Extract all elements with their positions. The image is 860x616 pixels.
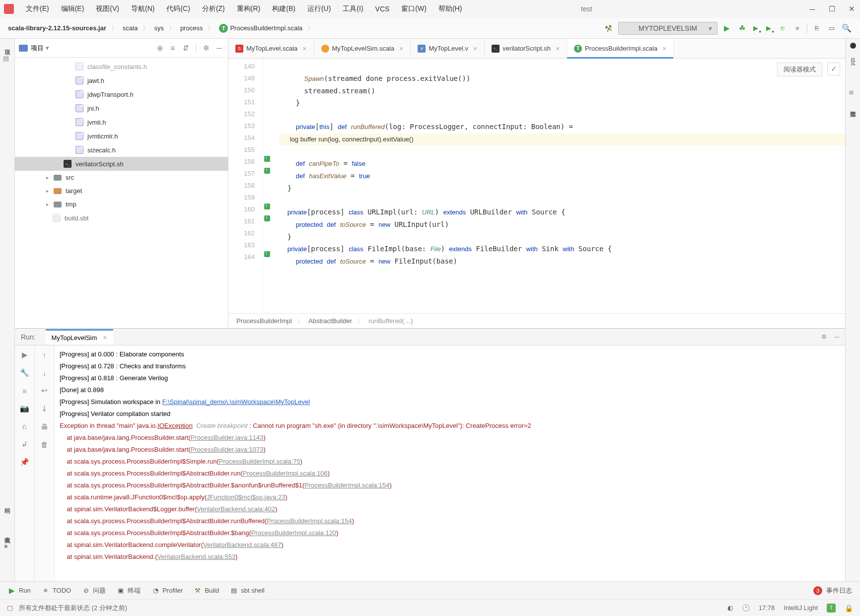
menu-file[interactable]: 文件(E) [21,2,54,15]
tool-window-icon[interactable]: ▢ [7,604,13,612]
reader-mode-button[interactable]: 阅读器模式 [777,63,822,76]
override-up-icon[interactable] [264,215,270,221]
project-tree[interactable]: classfile_constants.h jawt.h jdwpTranspo… [15,58,228,328]
hide-icon[interactable]: ─ [835,333,839,341]
override-up-icon[interactable] [264,251,270,257]
export-icon[interactable]: ⎌ [20,422,29,431]
bc-file[interactable]: ProcessBuilderImpl.scala [230,24,302,32]
profiler-tool-button[interactable]: ◔Profiler [151,587,183,595]
collapse-icon[interactable]: ⇵ [181,43,191,53]
lock-icon[interactable]: 🔒 [845,604,853,612]
git-icon[interactable]: ⎘ [811,23,822,34]
scroll-icon[interactable]: ⤓ [40,404,49,413]
menu-edit[interactable]: 编辑(E) [56,2,89,15]
search-everywhere-icon[interactable]: 🔍 [841,23,852,34]
debug-icon[interactable]: ☘ [736,23,747,34]
tree-item-src[interactable]: src [66,174,74,181]
bc-sys[interactable]: sys [154,24,164,32]
tree-item[interactable]: jawt.h [87,77,104,84]
layout-icon[interactable]: ▭ [826,23,837,34]
tree-item[interactable]: classfile_constants.h [87,63,147,70]
todo-tool-button[interactable]: ≡TODO [42,587,71,595]
problems-tool-button[interactable]: ⊘问题 [82,586,106,595]
tab-mytoplevelsim-scala[interactable]: MyTopLevelSim.scala× [314,39,411,58]
close-icon[interactable]: × [103,334,107,342]
tree-item[interactable]: jni.h [87,105,99,112]
menu-navigate[interactable]: 导航(N) [126,2,159,15]
chevron-right-icon[interactable]: ▸ [45,202,50,207]
menu-analyze[interactable]: 分析(Z) [197,2,230,15]
tab-mytoplevel-v[interactable]: VMyTopLevel.v× [411,39,485,58]
menu-view[interactable]: 视图(V) [91,2,124,15]
close-button[interactable]: ✕ [848,5,856,13]
tree-item-build[interactable]: build.sbt [65,214,88,222]
inspection-ok-icon[interactable]: ✓ [827,63,840,75]
tab-mytoplevel-scala[interactable]: SMyTopLevel.scala× [228,39,314,58]
override-up-icon[interactable] [264,168,270,174]
menu-window[interactable]: 窗口(W) [396,2,431,15]
menu-run[interactable]: 运行(U) [302,2,336,15]
down-icon[interactable]: ↓ [40,368,49,377]
stop-icon[interactable]: ■ [20,386,29,395]
console-output[interactable]: [Progress] at 0.000 : Elaborate componen… [55,345,845,581]
menu-tools[interactable]: 工具(I) [338,2,368,15]
close-icon[interactable]: × [556,45,560,53]
camera-icon[interactable]: 📷 [20,404,29,413]
run-icon[interactable]: ▶ [721,23,732,34]
progress-icon[interactable]: ◐ [727,604,733,612]
build-icon[interactable]: ⚒ [602,21,616,35]
coverage-icon[interactable] [751,24,760,33]
event-log-button[interactable]: 事件日志 [826,586,852,595]
menu-help[interactable]: 帮助(H) [433,2,467,15]
import-icon[interactable]: ↲ [20,440,29,449]
star-icon[interactable]: ★ [3,543,12,551]
sbt-vbar[interactable]: sbt [850,58,857,66]
tree-item[interactable]: sizecalc.h [87,146,116,154]
ime-indicator[interactable]: T [827,604,836,613]
tree-item[interactable]: jdwpTransport.h [87,91,134,98]
tree-item[interactable]: jvmti.h [87,119,106,126]
tree-item-tmp[interactable]: tmp [66,201,76,208]
bc-process[interactable]: process [180,24,203,32]
build-tool-button[interactable]: ⚒Build [194,587,219,595]
close-icon[interactable]: × [302,45,306,53]
close-icon[interactable]: × [662,45,666,53]
chevron-right-icon[interactable]: ▸ [45,188,50,194]
ebc-abstract[interactable]: AbstractBuilder [308,317,352,325]
tree-item-selected[interactable]: verilatorScript.sh [75,160,124,168]
expand-icon[interactable]: ≡ [168,43,178,53]
menu-build[interactable]: 构建(B) [267,2,300,15]
maximize-button[interactable]: ☐ [828,5,836,13]
minimize-button[interactable]: ─ [808,5,816,13]
menu-code[interactable]: 代码(C) [161,2,195,15]
line-number-gutter[interactable]: 1401491501511521531541551561571581591601… [228,59,263,313]
gear-icon[interactable]: ✲ [821,333,827,341]
close-icon[interactable]: × [399,45,403,53]
terminal-tool-button[interactable]: ▣终端 [117,586,141,595]
editor-breadcrumb[interactable]: ProcessBuilderImpl〉 AbstractBuilder〉 run… [228,313,845,328]
locate-icon[interactable]: ⊕ [155,43,165,53]
close-icon[interactable]: × [473,45,477,53]
gear-icon[interactable]: ✲ [201,43,211,53]
attach-icon[interactable]: ⎋ [777,23,788,34]
tree-item-target[interactable]: target [66,187,82,195]
run-configuration-selector[interactable]: MYTOPLEVELSIM [618,22,717,35]
theme-label[interactable]: IntelliJ Light [784,604,818,612]
code-content[interactable]: Spawn(streamed done process.exitValue())… [274,59,845,313]
hide-icon[interactable]: ─ [214,43,224,53]
ebc-class[interactable]: ProcessBuilderImpl [236,317,292,325]
tab-verilator-sh[interactable]: >_verilatorScript.sh× [485,39,567,58]
wrench-icon[interactable]: 🔧 [20,368,29,377]
menu-refactor[interactable]: 重构(R) [232,2,265,15]
project-view-selector[interactable]: 项目 [31,44,152,53]
rerun-icon[interactable]: ▶ [20,350,29,359]
up-icon[interactable]: ↑ [40,350,49,359]
code-editor[interactable]: 1401491501511521531541551561571581591601… [228,59,845,313]
trash-icon[interactable]: 🗑 [40,440,49,449]
ebc-method[interactable]: runBuffered(…) [368,317,413,325]
override-up-icon[interactable] [264,204,270,209]
bc-jar[interactable]: scala-library-2.12.15-sources.jar [8,24,106,32]
override-up-icon[interactable] [264,156,270,162]
run-tool-button[interactable]: ▶Run [8,587,31,595]
tree-item[interactable]: jvmticmlr.h [87,133,118,140]
